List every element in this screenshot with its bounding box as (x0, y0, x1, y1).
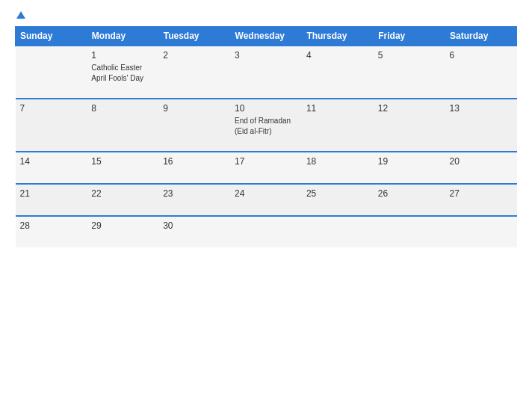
event-label: April Fools' Day (91, 74, 143, 82)
day-number: 28 (20, 220, 83, 231)
day-number: 29 (91, 220, 154, 231)
day-number: 22 (91, 188, 154, 199)
weekday-header-thursday: Thursday (302, 27, 374, 46)
day-cell: 4 (302, 46, 374, 99)
day-number: 24 (235, 188, 297, 199)
day-cell: 7 (16, 99, 87, 152)
day-cell: 9 (158, 99, 230, 152)
day-cell (374, 216, 445, 247)
day-cell: 23 (158, 184, 230, 216)
day-cell: 19 (374, 152, 445, 184)
day-number: 20 (450, 156, 513, 167)
day-number: 9 (163, 103, 226, 114)
day-cell: 14 (16, 152, 87, 184)
week-row-2: 14151617181920 (16, 152, 517, 184)
week-row-4: 282930 (16, 216, 517, 247)
event-label: End of Ramadan (235, 117, 291, 125)
day-cell: 18 (302, 152, 374, 184)
day-number: 2 (163, 50, 226, 61)
day-cell: 26 (374, 184, 445, 216)
day-number: 27 (450, 188, 513, 199)
day-cell: 10End of Ramadan(Eid al-Fitr) (230, 99, 302, 152)
day-number: 1 (91, 50, 154, 61)
day-cell: 27 (445, 184, 517, 216)
day-cell (16, 46, 87, 99)
day-cell: 16 (158, 152, 230, 184)
day-cell: 5 (374, 46, 445, 99)
weekday-header-tuesday: Tuesday (158, 27, 230, 46)
day-cell: 15 (87, 152, 158, 184)
logo-triangle-icon (16, 11, 25, 19)
day-number: 12 (378, 103, 441, 114)
day-number: 14 (20, 156, 83, 167)
day-cell: 11 (302, 99, 374, 152)
day-number: 25 (306, 188, 369, 199)
day-cell: 30 (158, 216, 230, 247)
week-row-1: 78910End of Ramadan(Eid al-Fitr)111213 (16, 99, 517, 152)
calendar-table: SundayMondayTuesdayWednesdayThursdayFrid… (15, 26, 517, 247)
day-number: 15 (91, 156, 154, 167)
day-cell: 3 (230, 46, 302, 99)
day-number: 6 (450, 50, 513, 61)
day-cell: 8 (87, 99, 158, 152)
day-cell: 24 (230, 184, 302, 216)
day-number: 30 (163, 220, 226, 231)
day-number: 10 (235, 103, 297, 114)
day-cell: 25 (302, 184, 374, 216)
day-number: 26 (378, 188, 441, 199)
weekday-header-sunday: Sunday (16, 27, 87, 46)
day-number: 17 (235, 156, 297, 167)
day-cell (230, 216, 302, 247)
day-cell: 29 (87, 216, 158, 247)
day-number: 4 (306, 50, 369, 61)
weekday-header-monday: Monday (87, 27, 158, 46)
day-cell: 2 (158, 46, 230, 99)
day-number: 21 (20, 188, 83, 199)
week-row-0: 1Catholic EasterApril Fools' Day23456 (16, 46, 517, 99)
day-cell (445, 216, 517, 247)
day-cell: 1Catholic EasterApril Fools' Day (87, 46, 158, 99)
weekday-header-wednesday: Wednesday (230, 27, 302, 46)
day-number: 16 (163, 156, 226, 167)
header (15, 11, 517, 19)
day-number: 7 (20, 103, 83, 114)
day-number: 13 (450, 103, 513, 114)
day-number: 3 (235, 50, 297, 61)
day-cell: 21 (16, 184, 87, 216)
day-number: 19 (378, 156, 441, 167)
day-number: 8 (91, 103, 154, 114)
day-number: 18 (306, 156, 369, 167)
weekday-header-friday: Friday (374, 27, 445, 46)
event-label: Catholic Easter (91, 64, 142, 72)
day-number: 23 (163, 188, 226, 199)
day-cell: 22 (87, 184, 158, 216)
day-cell (302, 216, 374, 247)
day-cell: 13 (445, 99, 517, 152)
weekday-header-saturday: Saturday (445, 27, 517, 46)
day-number: 11 (306, 103, 369, 114)
weekday-header-row: SundayMondayTuesdayWednesdayThursdayFrid… (16, 27, 517, 46)
day-cell: 12 (374, 99, 445, 152)
day-cell: 6 (445, 46, 517, 99)
day-cell: 20 (445, 152, 517, 184)
event-label: (Eid al-Fitr) (235, 127, 271, 135)
day-number: 5 (378, 50, 441, 61)
calendar-page: SundayMondayTuesdayWednesdayThursdayFrid… (0, 0, 532, 411)
logo (15, 11, 25, 19)
day-cell: 17 (230, 152, 302, 184)
week-row-3: 21222324252627 (16, 184, 517, 216)
day-cell: 28 (16, 216, 87, 247)
